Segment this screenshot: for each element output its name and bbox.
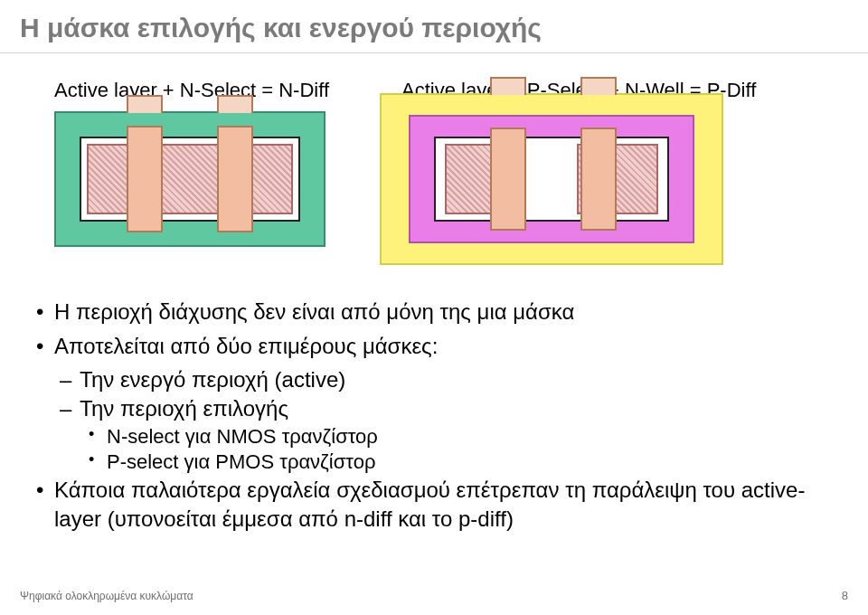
bullet-subitem: Την ενεργό περιοχή (active): [36, 367, 832, 393]
ndiff-region-icon: [87, 144, 293, 214]
bullet-content: Η περιοχή διάχυσης δεν είναι από μόνη τη…: [0, 274, 868, 535]
equation-ndiff: Active layer + N-Select = N-Diff: [54, 79, 329, 102]
bullet-subitem: Την περιοχή επιλογής: [36, 396, 832, 421]
ndiff-diagram: [54, 111, 326, 265]
page-number: 8: [842, 589, 848, 602]
diagrams-row: [0, 111, 868, 274]
poly-lead-icon: [217, 95, 253, 113]
slide-title: Η μάσκα επιλογής και ενεργού περιοχής: [0, 0, 868, 49]
poly-lead-icon: [127, 95, 163, 113]
poly-lead-icon: [490, 77, 526, 95]
bullet-subsubitem: N-select για NMOS τρανζίστορ: [36, 425, 832, 449]
bullet-subsubitem: P-select για PMOS τρανζίστορ: [36, 450, 832, 474]
poly-gate-icon: [580, 128, 617, 231]
poly-gate-icon: [217, 126, 253, 232]
poly-lead-icon: [580, 77, 617, 95]
bullet-item: Κάποια παλαιότερα εργαλεία σχεδιασμού επ…: [36, 476, 832, 535]
poly-gate-icon: [127, 126, 163, 232]
pdiff-diagram: [380, 111, 723, 265]
footer-text: Ψηφιακά ολοκληρωμένα κυκλώματα: [20, 590, 193, 602]
bullet-item: Η περιοχή διάχυσης δεν είναι από μόνη τη…: [36, 298, 832, 326]
bullet-item: Αποτελείται από δύο επιμέρους μάσκες:: [36, 332, 832, 361]
poly-gate-icon: [490, 128, 526, 231]
